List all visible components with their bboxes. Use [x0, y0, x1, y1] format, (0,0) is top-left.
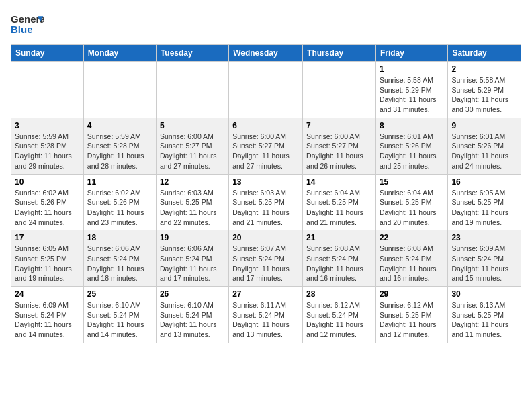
- day-header-saturday: Saturday: [448, 45, 521, 62]
- day-number: 15: [380, 177, 444, 187]
- day-number: 2: [451, 64, 517, 74]
- day-number: 6: [232, 121, 299, 130]
- day-info: Sunrise: 6:00 AM Sunset: 5:27 PM Dayligh…: [160, 132, 225, 171]
- day-header-thursday: Thursday: [303, 45, 376, 62]
- day-number: 29: [380, 289, 444, 299]
- calendar-day: 6Sunrise: 6:00 AM Sunset: 5:27 PM Daylig…: [229, 118, 303, 174]
- day-info: Sunrise: 6:01 AM Sunset: 5:26 PM Dayligh…: [451, 132, 517, 171]
- calendar-day: 25Sunrise: 6:10 AM Sunset: 5:24 PM Dayli…: [83, 287, 156, 343]
- calendar-day: [11, 62, 84, 118]
- calendar-day: [83, 62, 156, 118]
- calendar-day: 16Sunrise: 6:05 AM Sunset: 5:25 PM Dayli…: [448, 174, 521, 230]
- day-header-sunday: Sunday: [11, 45, 84, 62]
- calendar-day: 11Sunrise: 6:02 AM Sunset: 5:26 PM Dayli…: [83, 174, 156, 230]
- day-info: Sunrise: 5:59 AM Sunset: 5:28 PM Dayligh…: [87, 132, 152, 171]
- day-info: Sunrise: 6:02 AM Sunset: 5:26 PM Dayligh…: [15, 188, 80, 228]
- day-number: 8: [380, 121, 444, 130]
- day-info: Sunrise: 6:08 AM Sunset: 5:24 PM Dayligh…: [380, 244, 444, 283]
- day-number: 14: [306, 177, 372, 187]
- calendar-day: 12Sunrise: 6:03 AM Sunset: 5:25 PM Dayli…: [156, 174, 228, 230]
- calendar-day: 30Sunrise: 6:13 AM Sunset: 5:25 PM Dayli…: [448, 287, 521, 343]
- day-number: 23: [451, 233, 517, 242]
- calendar-day: 26Sunrise: 6:10 AM Sunset: 5:24 PM Dayli…: [156, 287, 228, 343]
- day-info: Sunrise: 6:12 AM Sunset: 5:25 PM Dayligh…: [380, 300, 444, 340]
- calendar-day: [229, 62, 303, 118]
- calendar-day: 22Sunrise: 6:08 AM Sunset: 5:24 PM Dayli…: [375, 230, 447, 287]
- day-number: 26: [160, 289, 225, 299]
- day-number: 13: [232, 177, 299, 187]
- day-number: 24: [15, 289, 80, 299]
- day-info: Sunrise: 6:01 AM Sunset: 5:26 PM Dayligh…: [380, 132, 444, 171]
- day-header-monday: Monday: [83, 45, 156, 62]
- day-number: 25: [87, 289, 152, 299]
- day-number: 5: [160, 121, 225, 130]
- day-info: Sunrise: 6:10 AM Sunset: 5:24 PM Dayligh…: [87, 300, 152, 340]
- day-header-tuesday: Tuesday: [156, 45, 228, 62]
- day-number: 16: [451, 177, 517, 187]
- day-number: 28: [306, 289, 372, 299]
- svg-text:Blue: Blue: [11, 24, 33, 35]
- calendar-day: 28Sunrise: 6:12 AM Sunset: 5:24 PM Dayli…: [303, 287, 376, 343]
- day-info: Sunrise: 6:09 AM Sunset: 5:24 PM Dayligh…: [15, 300, 80, 340]
- day-info: Sunrise: 6:09 AM Sunset: 5:24 PM Dayligh…: [451, 244, 517, 283]
- calendar-day: 18Sunrise: 6:06 AM Sunset: 5:24 PM Dayli…: [83, 230, 156, 287]
- calendar-day: 5Sunrise: 6:00 AM Sunset: 5:27 PM Daylig…: [156, 118, 228, 174]
- day-info: Sunrise: 6:03 AM Sunset: 5:25 PM Dayligh…: [160, 188, 225, 228]
- day-info: Sunrise: 6:05 AM Sunset: 5:25 PM Dayligh…: [451, 188, 517, 228]
- calendar-day: 19Sunrise: 6:06 AM Sunset: 5:24 PM Dayli…: [156, 230, 228, 287]
- day-header-wednesday: Wednesday: [229, 45, 303, 62]
- calendar-day: 7Sunrise: 6:00 AM Sunset: 5:27 PM Daylig…: [303, 118, 376, 174]
- day-number: 30: [451, 289, 517, 299]
- day-info: Sunrise: 6:06 AM Sunset: 5:24 PM Dayligh…: [160, 244, 225, 283]
- day-number: 1: [380, 64, 444, 74]
- calendar-table: SundayMondayTuesdayWednesdayThursdayFrid…: [11, 44, 521, 343]
- day-number: 4: [87, 121, 152, 130]
- calendar-day: 17Sunrise: 6:05 AM Sunset: 5:25 PM Dayli…: [11, 230, 84, 287]
- day-info: Sunrise: 6:13 AM Sunset: 5:25 PM Dayligh…: [451, 300, 517, 340]
- day-number: 21: [306, 233, 372, 242]
- day-info: Sunrise: 6:03 AM Sunset: 5:25 PM Dayligh…: [232, 188, 299, 228]
- page-header: General Blue: [11, 11, 521, 38]
- calendar-week-2: 3Sunrise: 5:59 AM Sunset: 5:28 PM Daylig…: [11, 118, 521, 174]
- calendar-day: 20Sunrise: 6:07 AM Sunset: 5:24 PM Dayli…: [229, 230, 303, 287]
- day-info: Sunrise: 6:02 AM Sunset: 5:26 PM Dayligh…: [87, 188, 152, 228]
- day-info: Sunrise: 6:10 AM Sunset: 5:24 PM Dayligh…: [160, 300, 225, 340]
- day-number: 7: [306, 121, 372, 130]
- day-number: 9: [451, 121, 517, 130]
- day-info: Sunrise: 6:05 AM Sunset: 5:25 PM Dayligh…: [15, 244, 80, 283]
- calendar-week-1: 1Sunrise: 5:58 AM Sunset: 5:29 PM Daylig…: [11, 62, 521, 118]
- day-info: Sunrise: 6:07 AM Sunset: 5:24 PM Dayligh…: [232, 244, 299, 283]
- logo-icon: General Blue: [11, 11, 44, 38]
- day-info: Sunrise: 5:58 AM Sunset: 5:29 PM Dayligh…: [380, 75, 444, 115]
- day-info: Sunrise: 6:00 AM Sunset: 5:27 PM Dayligh…: [232, 132, 299, 171]
- calendar-day: 3Sunrise: 5:59 AM Sunset: 5:28 PM Daylig…: [11, 118, 84, 174]
- day-number: 20: [232, 233, 299, 242]
- calendar-day: 24Sunrise: 6:09 AM Sunset: 5:24 PM Dayli…: [11, 287, 84, 343]
- calendar-day: 9Sunrise: 6:01 AM Sunset: 5:26 PM Daylig…: [448, 118, 521, 174]
- day-info: Sunrise: 6:12 AM Sunset: 5:24 PM Dayligh…: [306, 300, 372, 340]
- calendar-day: 4Sunrise: 5:59 AM Sunset: 5:28 PM Daylig…: [83, 118, 156, 174]
- calendar-day: 29Sunrise: 6:12 AM Sunset: 5:25 PM Dayli…: [375, 287, 447, 343]
- day-info: Sunrise: 6:11 AM Sunset: 5:24 PM Dayligh…: [232, 300, 299, 340]
- day-header-friday: Friday: [375, 45, 447, 62]
- logo: General Blue: [11, 11, 44, 38]
- calendar-day: 15Sunrise: 6:04 AM Sunset: 5:25 PM Dayli…: [375, 174, 447, 230]
- calendar-day: 13Sunrise: 6:03 AM Sunset: 5:25 PM Dayli…: [229, 174, 303, 230]
- calendar-day: 14Sunrise: 6:04 AM Sunset: 5:25 PM Dayli…: [303, 174, 376, 230]
- calendar-day: 27Sunrise: 6:11 AM Sunset: 5:24 PM Dayli…: [229, 287, 303, 343]
- day-number: 3: [15, 121, 80, 130]
- calendar-header-row: SundayMondayTuesdayWednesdayThursdayFrid…: [11, 45, 521, 62]
- day-number: 19: [160, 233, 225, 242]
- calendar-day: 8Sunrise: 6:01 AM Sunset: 5:26 PM Daylig…: [375, 118, 447, 174]
- calendar-day: [156, 62, 228, 118]
- day-number: 22: [380, 233, 444, 242]
- calendar-day: [303, 62, 376, 118]
- calendar-day: 10Sunrise: 6:02 AM Sunset: 5:26 PM Dayli…: [11, 174, 84, 230]
- day-info: Sunrise: 6:04 AM Sunset: 5:25 PM Dayligh…: [306, 188, 372, 228]
- calendar-week-5: 24Sunrise: 6:09 AM Sunset: 5:24 PM Dayli…: [11, 287, 521, 343]
- day-number: 11: [87, 177, 152, 187]
- calendar-day: 21Sunrise: 6:08 AM Sunset: 5:24 PM Dayli…: [303, 230, 376, 287]
- day-number: 17: [15, 233, 80, 242]
- calendar-week-3: 10Sunrise: 6:02 AM Sunset: 5:26 PM Dayli…: [11, 174, 521, 230]
- calendar-day: 23Sunrise: 6:09 AM Sunset: 5:24 PM Dayli…: [448, 230, 521, 287]
